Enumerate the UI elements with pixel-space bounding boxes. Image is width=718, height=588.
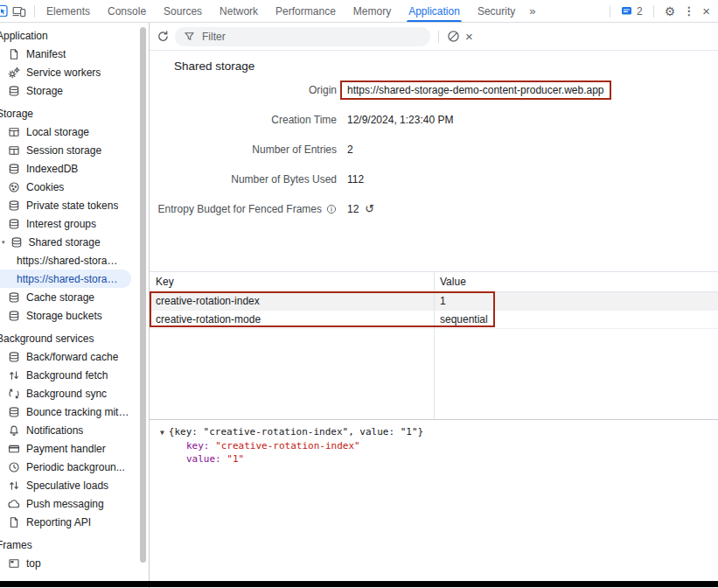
preview-property: key: "creative-rotation-index" xyxy=(160,439,718,452)
sidebar-item-shared-storage[interactable]: ▾Shared storage xyxy=(0,233,149,251)
tab-memory[interactable]: Memory xyxy=(345,1,400,22)
table-icon xyxy=(8,144,20,157)
page-title: Shared storage xyxy=(174,60,718,74)
meta-label: Creation Time xyxy=(150,114,337,126)
sidebar-item-cache-storage[interactable]: Cache storage xyxy=(0,288,149,306)
database-icon xyxy=(8,310,20,322)
tabbar-separator xyxy=(610,5,610,18)
tab-sources[interactable]: Sources xyxy=(155,1,211,22)
sidebar-item-interest-groups[interactable]: Interest groups xyxy=(0,214,149,233)
table-row[interactable]: creative-rotation-modesequential xyxy=(150,311,718,329)
database-icon xyxy=(8,163,20,175)
filter-input[interactable] xyxy=(200,30,422,44)
tab-network[interactable]: Network xyxy=(211,1,267,22)
sidebar-item-manifest[interactable]: Manifest xyxy=(0,45,149,63)
section-title-storage: Storage xyxy=(0,108,149,120)
meta-row-number-of-bytes-used: Number of Bytes Used112 xyxy=(150,170,718,188)
meta-value-text: https://shared-storage-demo-content-prod… xyxy=(340,80,611,100)
property-value: "creative-rotation-index" xyxy=(215,440,360,452)
sidebar-item-reporting-api[interactable]: Reporting API xyxy=(0,513,149,531)
sidebar-item-label: Bounce tracking miti... xyxy=(26,406,129,418)
clear-all-icon[interactable] xyxy=(447,30,460,43)
device-toolbar-icon[interactable] xyxy=(12,5,26,18)
settings-gear-icon[interactable]: ⚙ xyxy=(665,5,676,18)
sidebar-item-indexeddb[interactable]: IndexedDB xyxy=(0,159,149,178)
close-devtools-icon[interactable]: × xyxy=(702,4,710,18)
sidebar-item-label: Background sync xyxy=(26,388,107,400)
sidebar-item-periodic-backgroun[interactable]: Periodic backgroun... xyxy=(0,458,149,476)
sidebar-item-local-storage[interactable]: Local storage xyxy=(0,122,149,141)
sidebar-item-https-shared-storage[interactable]: https://shared-storage... xyxy=(0,251,149,270)
sidebar-item-storage-buckets[interactable]: Storage buckets xyxy=(0,306,149,325)
application-sidebar: ApplicationManifestService workersStorag… xyxy=(0,23,150,588)
meta-label: Origin xyxy=(150,84,337,96)
sync-icon xyxy=(8,388,20,400)
sidebar-item-label: Storage xyxy=(26,85,63,97)
sidebar-item-label: Local storage xyxy=(26,126,89,138)
sidebar-item-back-forward-cache[interactable]: Back/forward cache xyxy=(0,347,149,366)
tab-application[interactable]: Application xyxy=(400,1,469,22)
filter-field[interactable] xyxy=(175,27,430,46)
table-body: creative-rotation-index1creative-rotatio… xyxy=(150,292,718,329)
sidebar-item-session-storage[interactable]: Session storage xyxy=(0,141,149,159)
sidebar-item-label: Storage buckets xyxy=(26,310,102,322)
kebab-menu-icon[interactable]: ⋮ xyxy=(683,5,694,17)
column-header-key[interactable]: Key xyxy=(150,272,434,291)
database-icon xyxy=(8,200,20,212)
property-name: value: xyxy=(186,453,227,465)
sidebar-scrollbar[interactable] xyxy=(140,27,146,563)
tab-console[interactable]: Console xyxy=(99,1,155,22)
info-icon[interactable] xyxy=(326,204,337,214)
sidebar-item-cookies[interactable]: Cookies xyxy=(0,178,149,196)
sidebar-item-label: Back/forward cache xyxy=(26,351,118,363)
sidebar-item-payment-handler[interactable]: Payment handler xyxy=(0,439,149,458)
sidebar-item-https-shared-storage[interactable]: https://shared-storage... xyxy=(0,270,131,288)
tab-performance[interactable]: Performance xyxy=(267,1,345,22)
sidebar-item-storage[interactable]: Storage xyxy=(0,81,149,100)
tab-strip: ElementsConsoleSourcesNetworkPerformance… xyxy=(38,0,540,22)
meta-value: 12/9/2024, 1:23:40 PM xyxy=(347,114,453,126)
sidebar-item-service-workers[interactable]: Service workers xyxy=(0,63,149,81)
cell-key: creative-rotation-mode xyxy=(150,311,434,328)
tab-security[interactable]: Security xyxy=(469,1,524,22)
meta-value-text: 12/9/2024, 1:23:40 PM xyxy=(347,114,453,126)
preview-summary-line[interactable]: ▼ {key: "creative-rotation-index", value… xyxy=(160,425,718,439)
undo-icon[interactable]: ↺ xyxy=(365,203,374,214)
meta-label: Entropy Budget for Fenced Frames xyxy=(150,203,337,215)
console-message-count: 2 xyxy=(637,5,643,18)
sidebar-item-label: IndexedDB xyxy=(26,163,78,175)
sidebar-item-label: top xyxy=(26,557,41,570)
sidebar-item-background-sync[interactable]: Background sync xyxy=(0,384,149,402)
sidebar-item-bounce-tracking-miti[interactable]: Bounce tracking miti... xyxy=(0,402,149,421)
sidebar-item-speculative-loads[interactable]: Speculative loads xyxy=(0,476,149,494)
delete-selected-icon[interactable]: × xyxy=(465,30,473,43)
tab-elements[interactable]: Elements xyxy=(38,1,99,22)
sidebar-item-background-fetch[interactable]: Background fetch xyxy=(0,366,149,384)
doc-icon xyxy=(8,516,20,528)
inspect-element-icon[interactable] xyxy=(0,4,9,18)
panel-content: Shared storage Originhttps://shared-stor… xyxy=(150,51,718,588)
table-row[interactable]: creative-rotation-index1 xyxy=(150,292,718,311)
sidebar-item-label: Manifest xyxy=(26,48,66,60)
screen-bottom-edge xyxy=(0,581,718,587)
more-tabs-button[interactable]: » xyxy=(524,4,540,18)
preview-property: value: "1" xyxy=(160,452,718,466)
updown-arrows-icon xyxy=(8,369,20,382)
triangle-down-icon[interactable]: ▼ xyxy=(160,426,164,439)
chevron-down-icon: ▾ xyxy=(2,239,5,246)
gears-icon xyxy=(8,66,20,79)
column-header-value[interactable]: Value xyxy=(434,272,718,291)
sidebar-item-label: Interest groups xyxy=(26,218,96,230)
sidebar-item-notifications[interactable]: Notifications xyxy=(0,421,149,439)
meta-value-text: 112 xyxy=(347,173,364,186)
refresh-icon[interactable] xyxy=(157,30,170,43)
meta-value-text: 12 xyxy=(347,203,359,215)
sidebar-item-private-state-tokens[interactable]: Private state tokens xyxy=(0,196,149,214)
console-messages-icon[interactable] xyxy=(621,6,632,17)
devtools-tabbar: ElementsConsoleSourcesNetworkPerformance… xyxy=(0,0,718,23)
meta-label-text: Origin xyxy=(309,84,337,96)
tabbar-right-controls: 2 ⚙ ⋮ × xyxy=(607,4,718,18)
meta-value: 2 xyxy=(347,144,353,156)
sidebar-item-top[interactable]: top xyxy=(0,554,149,572)
sidebar-item-push-messaging[interactable]: Push messaging xyxy=(0,494,149,513)
